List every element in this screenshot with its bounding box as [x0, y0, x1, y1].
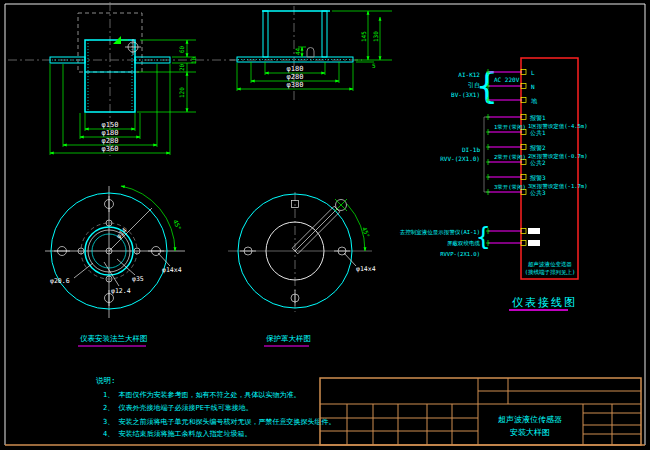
label-phi14x4-left: φ14x4: [162, 266, 182, 274]
dim-phi180: φ180: [102, 129, 119, 137]
signal-tag-1: 去控制室液位显示报警仪(AI-1): [400, 229, 480, 236]
signal-brace: {: [476, 223, 490, 251]
alarm-tag-2: RVV-(2X1.0): [440, 155, 480, 162]
signal-terminal-label-2: [528, 240, 540, 246]
notes-section: 说明: 1、 本图仅作为安装参考图，如有不符之处，具体以实物为准。 2、 仪表外…: [96, 376, 335, 438]
terminal-L: L: [531, 69, 535, 76]
terminal-alarm3: 报警3: [529, 174, 546, 182]
label-phi20-6: φ20.6: [50, 277, 70, 285]
note-2: 2、 仪表外壳接地端子必须接PE干线可靠接地。: [103, 404, 253, 412]
label-phi14x4-right: φ14x4: [356, 265, 376, 273]
cover-detail-view: 45° φ14x4: [228, 192, 376, 312]
dim-44: 44: [294, 47, 301, 55]
dim-130: 130: [372, 31, 379, 42]
wiring-diagram: AI-K12 引自 BV-(3X1) { AC 220V L N 地 DI-1b…: [400, 58, 588, 310]
contact-2: 2常开(常闭): [494, 154, 526, 161]
cad-drawing-canvas: 60 10 20 120 φ150 φ180 φ280 φ360: [0, 0, 650, 450]
flange-detail-view: 45° φ14 φ20.6 φ12.4 φ35 φ14x4: [45, 186, 185, 318]
device-name-line1: 超声波液位变送器: [528, 261, 573, 268]
dim-20: 20: [178, 63, 185, 71]
device-name-line2: (接线端子排列见上): [525, 269, 576, 275]
caption-cover-detail: 保护罩大样图: [266, 334, 311, 343]
caption-wiring: 仪表接线图: [512, 296, 577, 309]
signal-terminal-label-1: [528, 228, 540, 234]
caption-flange-detail: 仪表安装法兰大样图: [80, 334, 148, 343]
probe-stub: [307, 48, 314, 57]
dim-phi360: φ360: [102, 145, 119, 153]
dim-10: 10: [190, 56, 197, 64]
vessel-right-dims: 60 10 20 120: [137, 40, 197, 112]
dim-60: 60: [178, 45, 185, 53]
title-block: 超声波液位传感器 安装大样图: [320, 378, 641, 445]
cad-drawing: 60 10 20 120 φ150 φ180 φ280 φ360: [0, 0, 650, 450]
note-3: 3、 安装之前须将电子单元和探头编号核对无误，严禁任意交换探头组件。: [103, 418, 335, 426]
label-phi35: φ35: [132, 275, 144, 283]
terminal-N: N: [531, 83, 535, 90]
dim-phi150: φ150: [102, 121, 119, 129]
cover-section-view: 44 145 130 5 φ180 φ280 φ380: [230, 6, 392, 100]
terminal-common1: 公共1: [530, 129, 546, 136]
label-phi12-4: φ12.4: [111, 287, 131, 295]
dim-phi280: φ280: [102, 137, 119, 145]
dim-phi380: φ380: [287, 81, 304, 89]
drawing-title-line2: 安装大样图: [510, 428, 550, 437]
signal-tag-3: RVVP-(2X1.0): [440, 251, 480, 257]
angle-45-right: 45°: [361, 226, 371, 239]
dim-120: 120: [178, 87, 185, 98]
terminal-alarm2: 报警2: [529, 144, 546, 152]
dim-145: 145: [360, 31, 367, 42]
contact-1: 1常开(常闭): [494, 124, 526, 131]
vessel-section-view: 60 10 20 120 φ150 φ180 φ280 φ360: [8, 2, 235, 156]
terminal-ground: 地: [531, 97, 538, 104]
terminal-common3: 公共3: [530, 189, 546, 196]
power-voltage-label: AC 220V: [494, 76, 520, 83]
note-4: 4、 安装结束后须将施工余料放入指定垃圾箱。: [103, 430, 251, 438]
alarm-tag-1: DI-1b: [462, 146, 480, 153]
angle-45-left: 45°: [172, 218, 183, 231]
notes-heading: 说明:: [96, 376, 116, 385]
dim-phi180b: φ180: [287, 65, 304, 73]
note-1: 1、 本图仅作为安装参考图，如有不符之处，具体以实物为准。: [103, 391, 300, 399]
contact-3: 3常开(常闭): [494, 184, 526, 191]
terminal-common2: 公共2: [530, 159, 546, 166]
terminal-alarm1: 报警1: [529, 114, 546, 122]
dim-phi280b: φ280: [287, 73, 304, 81]
dim-5: 5: [372, 62, 376, 69]
drawing-title-line1: 超声波液位传感器: [498, 415, 562, 424]
